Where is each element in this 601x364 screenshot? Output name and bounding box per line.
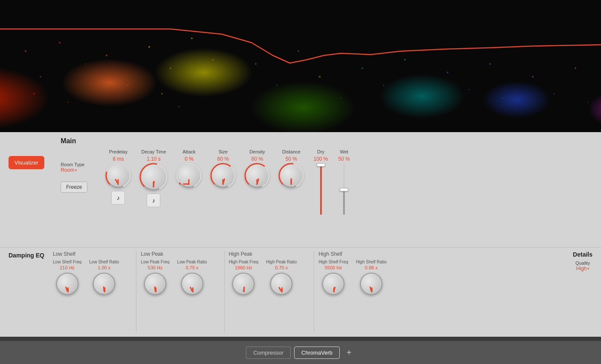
low-peak-label: Low Peak: [141, 251, 207, 257]
svg-point-26: [341, 98, 342, 99]
compressor-tab[interactable]: Compressor: [246, 347, 291, 359]
density-label: Density: [249, 149, 265, 154]
freeze-button[interactable]: Freeze: [61, 182, 87, 193]
dry-value: 100 %: [313, 156, 328, 162]
size-group: Size 60 %: [211, 149, 235, 188]
svg-point-23: [277, 85, 278, 86]
eq-groups: Low Shelf Low Shelf Freq 210 Hz Low Shel…: [53, 251, 592, 332]
svg-point-35: [554, 93, 555, 95]
room-type-value: Room: [61, 167, 74, 173]
svg-point-8: [25, 50, 26, 52]
high-shelf-label: High Shelf: [318, 251, 387, 257]
decay-note-button[interactable]: ♪: [147, 194, 160, 207]
svg-point-37: [588, 102, 589, 103]
high-peak-freq-label: High Peak Freq: [229, 260, 258, 264]
svg-point-31: [468, 89, 470, 90]
predelay-knob-wrap[interactable]: [106, 164, 130, 188]
high-shelf-freq-label: High Shelf Freq: [318, 260, 348, 264]
high-shelf-freq-knob[interactable]: [322, 271, 344, 295]
attack-label: Attack: [182, 149, 196, 154]
high-shelf-ratio-label: High Shelf Ratio: [356, 260, 387, 264]
visualizer-button[interactable]: Visualizer: [9, 156, 44, 169]
high-peak-ratio-label: High Peak Ratio: [266, 260, 297, 264]
low-shelf-freq-knob[interactable]: [56, 271, 78, 295]
svg-point-24: [298, 50, 299, 52]
low-shelf-freq-label: Low Shelf Freq: [53, 260, 81, 264]
details-section: Details Quality High ▾: [573, 251, 592, 272]
predelay-value: 8 ms: [113, 156, 124, 162]
svg-point-11: [85, 64, 86, 65]
low-peak-group: Low Peak Low Peak Freq 530 Hz Low Peak R…: [141, 251, 220, 332]
low-shelf-ratio-value: 1.00 x: [98, 265, 110, 270]
svg-point-34: [532, 76, 534, 78]
quality-value: High: [576, 266, 587, 272]
chromaverb-tab[interactable]: ChromaVerb: [294, 347, 340, 359]
distance-knob-wrap[interactable]: [279, 164, 303, 188]
svg-point-21: [179, 106, 180, 107]
high-shelf-group: High Shelf High Shelf Freq 5500 Hz High …: [318, 251, 399, 332]
svg-point-32: [489, 63, 491, 65]
dry-label: Dry: [317, 149, 324, 154]
svg-point-30: [447, 72, 448, 73]
high-peak-freq-knob[interactable]: [232, 271, 254, 295]
room-type-selector[interactable]: Room ▾: [61, 167, 84, 173]
predelay-note-button[interactable]: ♪: [111, 191, 125, 205]
svg-point-25: [319, 76, 321, 78]
low-peak-ratio-label: Low Peak Ratio: [177, 260, 207, 264]
high-peak-freq-param: High Peak Freq 1960 Hz: [229, 260, 258, 295]
low-shelf-label: Low Shelf: [53, 251, 119, 257]
predelay-group: Predelay 8 ms ♪: [106, 149, 130, 205]
low-shelf-ratio-param: Low Shelf Ratio 1.00 x: [89, 260, 119, 295]
dry-slider-group: Dry 100 %: [313, 149, 328, 215]
decay-time-group: Decay Time 1.10 s ♪: [140, 149, 167, 207]
svg-point-18: [191, 38, 193, 39]
high-shelf-ratio-param: High Shelf Ratio 0.88 x: [356, 260, 387, 295]
svg-point-36: [575, 67, 576, 69]
low-peak-ratio-knob[interactable]: [181, 271, 203, 295]
high-peak-ratio-knob[interactable]: [270, 271, 292, 295]
low-peak-freq-knob[interactable]: [144, 271, 166, 295]
decay-time-knob-wrap[interactable]: [140, 164, 167, 190]
high-shelf-freq-value: 5500 Hz: [325, 265, 342, 270]
attack-knob-wrap[interactable]: [177, 164, 201, 188]
add-plugin-button[interactable]: +: [343, 348, 355, 358]
dry-slider[interactable]: [320, 164, 322, 215]
svg-point-28: [383, 85, 384, 86]
size-value: 60 %: [217, 156, 229, 162]
attack-value: 0 %: [185, 156, 194, 162]
low-shelf-ratio-knob[interactable]: [93, 271, 115, 295]
high-peak-ratio-value: 0.70 x: [275, 265, 288, 270]
low-peak-freq-label: Low Peak Freq: [141, 260, 169, 264]
svg-point-12: [33, 93, 35, 95]
size-knob-wrap[interactable]: [211, 164, 235, 188]
low-shelf-freq-value: 210 Hz: [60, 265, 75, 270]
density-knob-wrap[interactable]: [245, 164, 269, 188]
distance-group: Distance 50 %: [279, 149, 303, 188]
svg-point-10: [59, 42, 61, 43]
high-peak-freq-value: 1960 Hz: [235, 265, 252, 270]
svg-point-17: [170, 68, 171, 69]
wet-label: Wet: [340, 149, 348, 154]
damping-eq-label: Damping EQ: [9, 252, 44, 259]
svg-point-16: [148, 46, 150, 48]
wet-slider-group: Wet 50 %: [338, 149, 350, 215]
high-shelf-ratio-value: 0.88 x: [365, 265, 378, 270]
wet-slider[interactable]: [343, 164, 345, 215]
size-label: Size: [219, 149, 228, 154]
high-peak-ratio-param: High Peak Ratio 0.70 x: [266, 260, 297, 295]
predelay-label: Predelay: [109, 149, 127, 154]
svg-point-14: [106, 55, 107, 56]
wet-value: 50 %: [338, 156, 350, 162]
distance-label: Distance: [282, 149, 300, 154]
density-group: Density 60 %: [245, 149, 269, 188]
svg-point-9: [40, 76, 41, 78]
quality-selector[interactable]: High ▾: [576, 266, 589, 272]
low-peak-ratio-param: Low Peak Ratio 0.75 x: [177, 260, 207, 295]
low-peak-freq-value: 530 Hz: [148, 265, 163, 270]
svg-point-33: [503, 98, 504, 99]
high-shelf-ratio-knob[interactable]: [360, 271, 382, 295]
damping-eq-section: Damping EQ Low Shelf Low Shelf Freq 210 …: [0, 247, 601, 337]
quality-dropdown-arrow: ▾: [587, 267, 589, 271]
svg-point-20: [161, 93, 163, 95]
low-shelf-group: Low Shelf Low Shelf Freq 210 Hz Low Shel…: [53, 251, 132, 332]
